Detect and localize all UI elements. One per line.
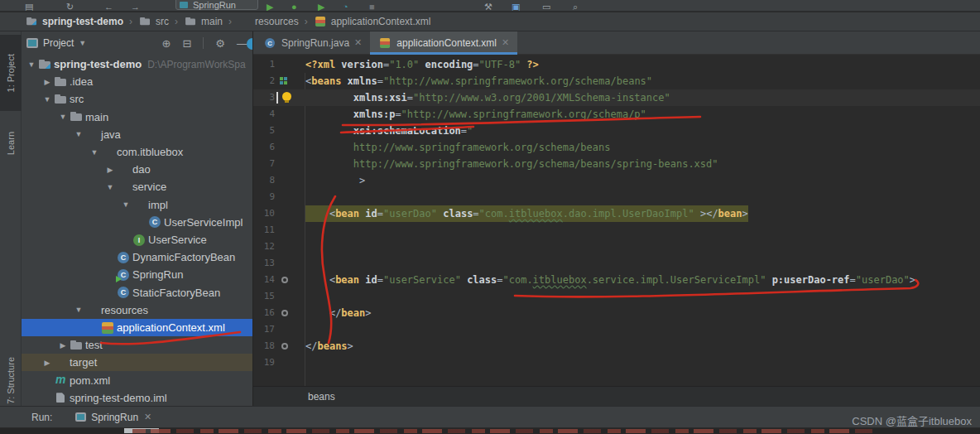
coverage-icon[interactable]: ▶ (318, 1, 324, 12)
chevron-down-icon[interactable]: ▼ (119, 200, 132, 209)
code-line-15[interactable]: 15 (253, 288, 980, 305)
chevron-right-icon[interactable]: ▶ (103, 166, 117, 174)
breadcrumb-item-src[interactable]: src (138, 15, 169, 28)
chevron-down-icon[interactable]: ▼ (41, 95, 54, 104)
editor-tab-SpringRun.java[interactable]: SpringRun.java✕ (255, 31, 370, 54)
close-icon[interactable]: ✕ (354, 37, 362, 48)
tree-item-UserService[interactable]: UserService (22, 231, 252, 248)
code-line-1[interactable]: 1<?xml version="1.0" encoding="UTF-8" ?> (253, 56, 980, 73)
run-icon[interactable]: ▶ (267, 1, 273, 12)
tree-item-dao[interactable]: ▶dao (22, 161, 252, 178)
code-line-8[interactable]: 8 > (253, 172, 980, 189)
window-icon[interactable]: ▭ (542, 1, 550, 12)
code-line-9[interactable]: 9 (253, 189, 980, 205)
code-line-18[interactable]: 18</beans> (253, 338, 980, 354)
code-editor[interactable]: 1<?xml version="1.0" encoding="UTF-8" ?>… (253, 55, 980, 386)
close-icon[interactable]: ✕ (144, 412, 151, 422)
code-line-3[interactable]: 3 xmlns:xsi="http://www.w3.org/2001/XMLS… (253, 89, 980, 106)
spring-bean-gutter-icon[interactable] (281, 343, 288, 350)
tree-item-main[interactable]: ▼main (22, 108, 252, 126)
save-icon[interactable]: ▤ (25, 1, 33, 12)
tool-icon[interactable]: ⚒ (484, 1, 492, 12)
code-line-13[interactable]: 13 (253, 255, 980, 272)
debug-icon[interactable]: ● (291, 1, 297, 12)
tree-item-spring-test-demo.iml[interactable]: spring-test-demo.iml (22, 389, 252, 406)
chevron-right-icon[interactable]: ▶ (56, 341, 70, 350)
locate-file-button[interactable]: ⊕ (162, 37, 171, 50)
code-line-16[interactable]: 16 </bean> (253, 305, 980, 321)
code-line-2[interactable]: 2<beans xmlns="http://www.springframewor… (253, 73, 980, 89)
sidebar-tab-project[interactable]: 1: Project (0, 35, 22, 111)
gutter (275, 222, 305, 239)
tree-item-.idea[interactable]: ▶.idea (22, 73, 252, 90)
tree-item-resources[interactable]: ▼resources (22, 301, 252, 319)
intention-bulb-icon[interactable] (282, 92, 291, 101)
tree-item-com.itbluebox[interactable]: ▼com.itbluebox (22, 143, 252, 161)
pkg-icon (117, 163, 131, 176)
code-line-5[interactable]: 5 xsi:schemaLocation=" (253, 123, 980, 139)
chevron-down-icon[interactable]: ▼ (56, 113, 70, 121)
code-line-4[interactable]: 4 xmlns:p="http://www.springframework.or… (253, 106, 980, 123)
tree-item-spring-test-demo[interactable]: ▼spring-test-demoD:\AProgramWorkSpa (22, 55, 252, 73)
run-configuration-combo[interactable]: SpringRun ▾ (175, 0, 258, 10)
editor-tab-applicationContext.xml[interactable]: applicationContext.xml✕ (370, 31, 517, 54)
sync-icon[interactable]: ↻ (66, 1, 74, 12)
code-line-11[interactable]: 11 (253, 222, 980, 239)
tree-item-target[interactable]: ▶target (22, 354, 252, 371)
chevron-down-icon[interactable]: ▼ (25, 60, 38, 69)
tree-item-java[interactable]: ▼java (22, 126, 252, 143)
line-number: 12 (253, 239, 275, 255)
tree-item-src[interactable]: ▼src (22, 90, 252, 108)
search-icon[interactable]: ⌕ (573, 1, 578, 12)
breadcrumb-item-spring-test-demo[interactable]: spring-test-demo (25, 15, 123, 28)
tree-item-UserServiceImpl[interactable]: UserServiceImpl (22, 214, 252, 231)
tree-item-applicationContext.xml[interactable]: applicationContext.xml (22, 319, 252, 336)
line-number: 14 (253, 272, 275, 288)
chevron-right-icon: › (305, 16, 308, 27)
xml-breadcrumb-beans[interactable]: beans (308, 391, 335, 403)
editor-tab-label: SpringRun.java (281, 37, 349, 49)
settings-gear-icon[interactable]: ⚙ (215, 37, 225, 50)
tree-item-StaticFactoryBean[interactable]: StaticFactoryBean (22, 284, 252, 301)
tree-item-service[interactable]: ▼service (22, 178, 252, 195)
code-line-10[interactable]: 10 <bean id="userDao" class="com.itblueb… (253, 205, 980, 222)
tree-item-SpringRun[interactable]: SpringRun (22, 266, 252, 283)
tree-item-DynamicFactoryBean[interactable]: DynamicFactoryBean (22, 248, 252, 266)
chevron-down-icon[interactable]: ▼ (72, 130, 85, 138)
sidebar-tab-learn[interactable]: Learn (0, 118, 22, 169)
layout-icon[interactable]: ▣ (512, 1, 520, 12)
back-icon[interactable]: ← (104, 1, 113, 12)
tree-item-test[interactable]: ▶test (22, 336, 252, 354)
breadcrumb-item-applicationContext.xml[interactable]: applicationContext.xml (314, 15, 431, 28)
code-line-19[interactable]: 19 (253, 354, 980, 371)
breadcrumb-label: spring-test-demo (42, 16, 123, 27)
code-line-17[interactable]: 17 (253, 321, 980, 338)
tree-item-impl[interactable]: ▼impl (22, 196, 252, 214)
close-icon[interactable]: ✕ (502, 37, 509, 48)
forward-icon[interactable]: → (131, 1, 140, 12)
breadcrumb-item-main[interactable]: main (184, 15, 223, 28)
code-line-14[interactable]: 14 <bean id="userService" class="com.itb… (253, 272, 980, 288)
code-line-12[interactable]: 12 (253, 239, 980, 255)
breadcrumb-item-resources[interactable]: resources (238, 15, 299, 28)
project-panel-title[interactable]: Project (43, 37, 74, 49)
stop-icon[interactable]: ■ (369, 1, 375, 12)
collapse-all-button[interactable]: ⊟ (182, 37, 191, 50)
chevron-down-icon[interactable]: ▼ (88, 148, 101, 157)
spring-bean-gutter-icon[interactable] (281, 310, 288, 316)
code-text: xmlns:p="http://www.springframework.org/… (305, 106, 646, 123)
spring-bean-gutter-icon[interactable] (281, 277, 288, 283)
profiler-icon[interactable]: ◔ (343, 1, 348, 12)
code-line-7[interactable]: 7 http://www.springframework.org/schema/… (253, 156, 980, 172)
tree-item-pom.xml[interactable]: pom.xml (22, 372, 252, 389)
tree-item-label: .idea (70, 75, 93, 88)
chevron-down-icon[interactable]: ▼ (103, 183, 117, 191)
chevron-right-icon[interactable]: ▶ (41, 78, 54, 86)
spring-context-gutter-icon[interactable] (280, 77, 283, 80)
run-tab-springrun[interactable]: SpringRun ✕ (75, 412, 151, 423)
chevron-right-icon[interactable]: ▶ (41, 359, 54, 367)
itf-icon (132, 234, 147, 247)
code-line-6[interactable]: 6 http://www.springframework.org/schema/… (253, 139, 980, 156)
folder-icon (70, 110, 84, 123)
chevron-down-icon[interactable]: ▼ (72, 306, 85, 314)
